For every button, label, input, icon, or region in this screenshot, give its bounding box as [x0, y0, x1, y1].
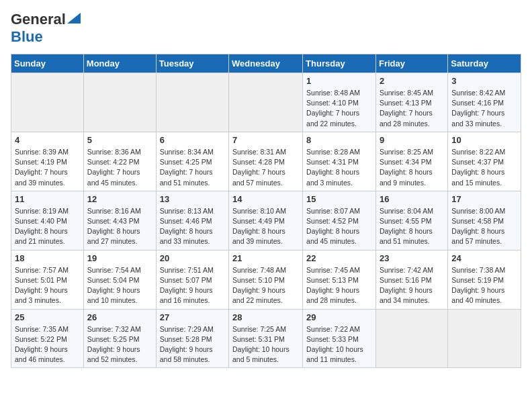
day-info: Sunrise: 8:39 AM Sunset: 4:19 PM Dayligh… — [15, 147, 80, 188]
calendar-cell — [11, 73, 84, 132]
logo-blue-text: Blue — [11, 28, 43, 45]
calendar-cell: 5Sunrise: 8:36 AM Sunset: 4:22 PM Daylig… — [83, 132, 156, 191]
day-info: Sunrise: 7:25 AM Sunset: 5:31 PM Dayligh… — [232, 324, 299, 365]
day-info: Sunrise: 8:10 AM Sunset: 4:49 PM Dayligh… — [232, 206, 299, 247]
calendar-header-row: SundayMondayTuesdayWednesdayThursdayFrid… — [11, 54, 521, 73]
calendar-cell — [156, 73, 228, 132]
calendar-cell: 24Sunrise: 7:38 AM Sunset: 5:19 PM Dayli… — [448, 250, 521, 309]
day-number: 6 — [160, 135, 225, 145]
day-number: 24 — [451, 253, 517, 263]
calendar-cell: 13Sunrise: 8:13 AM Sunset: 4:46 PM Dayli… — [156, 191, 228, 250]
day-info: Sunrise: 7:45 AM Sunset: 5:13 PM Dayligh… — [306, 265, 372, 306]
day-number: 21 — [232, 253, 299, 263]
calendar-cell: 20Sunrise: 7:51 AM Sunset: 5:07 PM Dayli… — [156, 250, 228, 309]
day-info: Sunrise: 8:31 AM Sunset: 4:28 PM Dayligh… — [232, 147, 299, 188]
day-number: 22 — [306, 253, 372, 263]
calendar-cell: 25Sunrise: 7:35 AM Sunset: 5:22 PM Dayli… — [11, 309, 84, 368]
calendar-week-2: 4Sunrise: 8:39 AM Sunset: 4:19 PM Daylig… — [11, 132, 521, 191]
day-info: Sunrise: 7:29 AM Sunset: 5:28 PM Dayligh… — [160, 324, 225, 365]
calendar-cell: 22Sunrise: 7:45 AM Sunset: 5:13 PM Dayli… — [303, 250, 376, 309]
day-info: Sunrise: 8:36 AM Sunset: 4:22 PM Dayligh… — [87, 147, 152, 188]
day-number: 19 — [87, 253, 152, 263]
day-info: Sunrise: 8:22 AM Sunset: 4:37 PM Dayligh… — [451, 147, 517, 188]
day-number: 29 — [306, 312, 372, 322]
calendar-cell: 10Sunrise: 8:22 AM Sunset: 4:37 PM Dayli… — [448, 132, 521, 191]
day-number: 23 — [380, 253, 444, 263]
calendar-week-4: 18Sunrise: 7:57 AM Sunset: 5:01 PM Dayli… — [11, 250, 521, 309]
day-info: Sunrise: 7:42 AM Sunset: 5:16 PM Dayligh… — [380, 265, 444, 306]
calendar-cell: 4Sunrise: 8:39 AM Sunset: 4:19 PM Daylig… — [11, 132, 84, 191]
day-number: 13 — [160, 194, 225, 204]
day-number: 11 — [15, 194, 80, 204]
calendar-cell: 8Sunrise: 8:28 AM Sunset: 4:31 PM Daylig… — [303, 132, 376, 191]
calendar-cell: 16Sunrise: 8:04 AM Sunset: 4:55 PM Dayli… — [375, 191, 447, 250]
day-info: Sunrise: 8:16 AM Sunset: 4:43 PM Dayligh… — [87, 206, 152, 247]
day-number: 14 — [232, 194, 299, 204]
calendar-cell — [375, 309, 447, 368]
day-info: Sunrise: 7:38 AM Sunset: 5:19 PM Dayligh… — [451, 265, 517, 306]
day-info: Sunrise: 8:34 AM Sunset: 4:25 PM Dayligh… — [160, 147, 225, 188]
day-info: Sunrise: 7:57 AM Sunset: 5:01 PM Dayligh… — [15, 265, 80, 306]
calendar-cell — [448, 309, 521, 368]
calendar-cell: 18Sunrise: 7:57 AM Sunset: 5:01 PM Dayli… — [11, 250, 84, 309]
day-info: Sunrise: 7:54 AM Sunset: 5:04 PM Dayligh… — [87, 265, 152, 306]
calendar-cell: 27Sunrise: 7:29 AM Sunset: 5:28 PM Dayli… — [156, 309, 228, 368]
day-number: 28 — [232, 312, 299, 322]
day-info: Sunrise: 8:19 AM Sunset: 4:40 PM Dayligh… — [15, 206, 80, 247]
header-day-saturday: Saturday — [448, 54, 521, 73]
day-number: 18 — [15, 253, 80, 263]
calendar-cell: 2Sunrise: 8:45 AM Sunset: 4:13 PM Daylig… — [375, 73, 447, 132]
day-number: 3 — [451, 76, 517, 86]
calendar-cell: 29Sunrise: 7:22 AM Sunset: 5:33 PM Dayli… — [303, 309, 376, 368]
calendar-cell — [83, 73, 156, 132]
day-number: 26 — [87, 312, 152, 322]
calendar-week-5: 25Sunrise: 7:35 AM Sunset: 5:22 PM Dayli… — [11, 309, 521, 368]
day-info: Sunrise: 8:07 AM Sunset: 4:52 PM Dayligh… — [306, 206, 372, 247]
calendar-cell: 12Sunrise: 8:16 AM Sunset: 4:43 PM Dayli… — [83, 191, 156, 250]
day-info: Sunrise: 8:13 AM Sunset: 4:46 PM Dayligh… — [160, 206, 225, 247]
day-number: 2 — [380, 76, 444, 86]
day-number: 9 — [380, 135, 444, 145]
calendar-cell: 6Sunrise: 8:34 AM Sunset: 4:25 PM Daylig… — [156, 132, 228, 191]
day-info: Sunrise: 8:25 AM Sunset: 4:34 PM Dayligh… — [380, 147, 444, 188]
calendar-cell: 3Sunrise: 8:42 AM Sunset: 4:16 PM Daylig… — [448, 73, 521, 132]
calendar-week-1: 1Sunrise: 8:48 AM Sunset: 4:10 PM Daylig… — [11, 73, 521, 132]
day-info: Sunrise: 7:22 AM Sunset: 5:33 PM Dayligh… — [306, 324, 372, 365]
day-number: 17 — [451, 194, 517, 204]
day-number: 7 — [232, 135, 299, 145]
day-number: 27 — [160, 312, 225, 322]
header-day-monday: Monday — [83, 54, 156, 73]
calendar-cell: 17Sunrise: 8:00 AM Sunset: 4:58 PM Dayli… — [448, 191, 521, 250]
calendar-cell: 9Sunrise: 8:25 AM Sunset: 4:34 PM Daylig… — [375, 132, 447, 191]
header-day-tuesday: Tuesday — [156, 54, 228, 73]
day-number: 10 — [451, 135, 517, 145]
calendar-cell: 15Sunrise: 8:07 AM Sunset: 4:52 PM Dayli… — [303, 191, 376, 250]
logo: General Blue — [11, 11, 81, 46]
calendar-cell — [229, 73, 303, 132]
calendar-cell: 26Sunrise: 7:32 AM Sunset: 5:25 PM Dayli… — [83, 309, 156, 368]
calendar-cell: 7Sunrise: 8:31 AM Sunset: 4:28 PM Daylig… — [229, 132, 303, 191]
day-number: 12 — [87, 194, 152, 204]
day-info: Sunrise: 7:48 AM Sunset: 5:10 PM Dayligh… — [232, 265, 299, 306]
day-number: 20 — [160, 253, 225, 263]
page-header: General Blue — [11, 11, 521, 46]
day-number: 8 — [306, 135, 372, 145]
day-number: 4 — [15, 135, 80, 145]
calendar-table: SundayMondayTuesdayWednesdayThursdayFrid… — [11, 54, 521, 368]
day-number: 25 — [15, 312, 80, 322]
day-info: Sunrise: 7:35 AM Sunset: 5:22 PM Dayligh… — [15, 324, 80, 365]
day-info: Sunrise: 7:32 AM Sunset: 5:25 PM Dayligh… — [87, 324, 152, 365]
header-day-sunday: Sunday — [11, 54, 84, 73]
day-info: Sunrise: 7:51 AM Sunset: 5:07 PM Dayligh… — [160, 265, 225, 306]
day-number: 15 — [306, 194, 372, 204]
header-day-thursday: Thursday — [303, 54, 376, 73]
day-number: 1 — [306, 76, 372, 86]
calendar-cell: 14Sunrise: 8:10 AM Sunset: 4:49 PM Dayli… — [229, 191, 303, 250]
day-info: Sunrise: 8:48 AM Sunset: 4:10 PM Dayligh… — [306, 88, 372, 129]
day-number: 5 — [87, 135, 152, 145]
calendar-cell: 11Sunrise: 8:19 AM Sunset: 4:40 PM Dayli… — [11, 191, 84, 250]
calendar-cell: 19Sunrise: 7:54 AM Sunset: 5:04 PM Dayli… — [83, 250, 156, 309]
day-info: Sunrise: 8:04 AM Sunset: 4:55 PM Dayligh… — [380, 206, 444, 247]
header-day-wednesday: Wednesday — [229, 54, 303, 73]
day-info: Sunrise: 8:45 AM Sunset: 4:13 PM Dayligh… — [380, 88, 444, 129]
